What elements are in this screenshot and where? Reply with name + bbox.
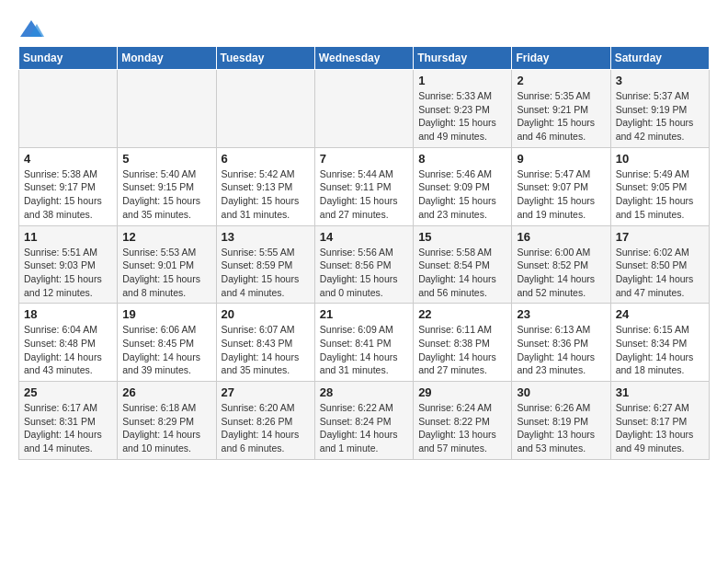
calendar-cell: 24Sunrise: 6:15 AM Sunset: 8:34 PM Dayli… — [610, 304, 709, 382]
weekday-header-monday: Monday — [118, 47, 216, 70]
calendar-week-row: 4Sunrise: 5:38 AM Sunset: 9:17 PM Daylig… — [19, 147, 710, 225]
calendar-cell: 15Sunrise: 5:58 AM Sunset: 8:54 PM Dayli… — [414, 225, 512, 304]
day-number: 1 — [418, 74, 506, 87]
day-info: Sunrise: 6:09 AM Sunset: 8:41 PM Dayligh… — [320, 323, 408, 377]
day-info: Sunrise: 6:06 AM Sunset: 8:45 PM Dayligh… — [122, 323, 210, 377]
calendar-cell: 2Sunrise: 5:35 AM Sunset: 9:21 PM Daylig… — [512, 70, 610, 148]
calendar-cell: 28Sunrise: 6:22 AM Sunset: 8:24 PM Dayli… — [314, 382, 413, 460]
day-number: 5 — [122, 152, 210, 166]
day-info: Sunrise: 5:49 AM Sunset: 9:05 PM Dayligh… — [616, 167, 704, 222]
day-info: Sunrise: 5:46 AM Sunset: 9:09 PM Dayligh… — [418, 167, 506, 222]
weekday-header-thursday: Thursday — [414, 47, 512, 70]
calendar-cell: 7Sunrise: 5:44 AM Sunset: 9:11 PM Daylig… — [314, 147, 413, 225]
day-info: Sunrise: 5:51 AM Sunset: 9:03 PM Dayligh… — [24, 246, 112, 300]
day-number: 4 — [24, 152, 112, 166]
calendar-cell: 1Sunrise: 5:33 AM Sunset: 9:23 PM Daylig… — [414, 70, 512, 148]
day-info: Sunrise: 5:38 AM Sunset: 9:17 PM Dayligh… — [24, 167, 112, 222]
calendar-week-row: 1Sunrise: 5:33 AM Sunset: 9:23 PM Daylig… — [19, 70, 710, 148]
day-number: 15 — [418, 230, 506, 244]
day-info: Sunrise: 5:35 AM Sunset: 9:21 PM Dayligh… — [517, 89, 605, 144]
calendar-week-row: 18Sunrise: 6:04 AM Sunset: 8:48 PM Dayli… — [19, 304, 710, 382]
day-number: 22 — [418, 307, 506, 321]
day-info: Sunrise: 5:40 AM Sunset: 9:15 PM Dayligh… — [122, 167, 210, 222]
day-number: 24 — [616, 307, 704, 321]
day-info: Sunrise: 6:13 AM Sunset: 8:36 PM Dayligh… — [517, 323, 605, 377]
weekday-header-friday: Friday — [512, 47, 610, 70]
day-number: 2 — [517, 74, 605, 87]
weekday-header-row: SundayMondayTuesdayWednesdayThursdayFrid… — [19, 47, 710, 70]
day-number: 28 — [320, 385, 408, 399]
calendar-table: SundayMondayTuesdayWednesdayThursdayFrid… — [18, 46, 710, 460]
day-info: Sunrise: 6:15 AM Sunset: 8:34 PM Dayligh… — [616, 323, 704, 377]
day-number: 23 — [517, 307, 605, 321]
day-number: 8 — [418, 152, 506, 166]
calendar-cell: 27Sunrise: 6:20 AM Sunset: 8:26 PM Dayli… — [216, 382, 314, 460]
day-number: 9 — [517, 152, 605, 166]
calendar-cell: 8Sunrise: 5:46 AM Sunset: 9:09 PM Daylig… — [414, 147, 512, 225]
day-number: 11 — [24, 230, 112, 244]
calendar-cell — [314, 70, 413, 148]
day-info: Sunrise: 6:11 AM Sunset: 8:38 PM Dayligh… — [418, 323, 506, 377]
day-info: Sunrise: 5:53 AM Sunset: 9:01 PM Dayligh… — [122, 246, 210, 300]
day-info: Sunrise: 5:56 AM Sunset: 8:56 PM Dayligh… — [320, 246, 408, 300]
calendar-cell — [118, 70, 216, 148]
day-number: 26 — [122, 385, 210, 399]
day-info: Sunrise: 5:42 AM Sunset: 9:13 PM Dayligh… — [222, 167, 310, 222]
calendar-cell: 31Sunrise: 6:27 AM Sunset: 8:17 PM Dayli… — [610, 382, 709, 460]
day-info: Sunrise: 6:17 AM Sunset: 8:31 PM Dayligh… — [24, 401, 112, 455]
day-info: Sunrise: 5:33 AM Sunset: 9:23 PM Dayligh… — [418, 89, 506, 144]
calendar-cell: 9Sunrise: 5:47 AM Sunset: 9:07 PM Daylig… — [512, 147, 610, 225]
calendar-cell: 4Sunrise: 5:38 AM Sunset: 9:17 PM Daylig… — [19, 147, 118, 225]
logo-icon — [18, 18, 44, 40]
calendar-cell: 10Sunrise: 5:49 AM Sunset: 9:05 PM Dayli… — [610, 147, 709, 225]
day-number: 13 — [222, 230, 310, 244]
calendar-cell: 14Sunrise: 5:56 AM Sunset: 8:56 PM Dayli… — [314, 225, 413, 304]
day-info: Sunrise: 5:44 AM Sunset: 9:11 PM Dayligh… — [320, 167, 408, 222]
day-number: 21 — [320, 307, 408, 321]
day-info: Sunrise: 6:27 AM Sunset: 8:17 PM Dayligh… — [616, 401, 704, 455]
day-number: 20 — [222, 307, 310, 321]
calendar-cell: 3Sunrise: 5:37 AM Sunset: 9:19 PM Daylig… — [610, 70, 709, 148]
calendar-cell: 18Sunrise: 6:04 AM Sunset: 8:48 PM Dayli… — [19, 304, 118, 382]
calendar-cell: 22Sunrise: 6:11 AM Sunset: 8:38 PM Dayli… — [414, 304, 512, 382]
day-info: Sunrise: 6:20 AM Sunset: 8:26 PM Dayligh… — [222, 401, 310, 455]
day-number: 17 — [616, 230, 704, 244]
calendar-cell: 23Sunrise: 6:13 AM Sunset: 8:36 PM Dayli… — [512, 304, 610, 382]
day-number: 19 — [122, 307, 210, 321]
day-info: Sunrise: 6:24 AM Sunset: 8:22 PM Dayligh… — [418, 401, 506, 455]
calendar-cell: 20Sunrise: 6:07 AM Sunset: 8:43 PM Dayli… — [216, 304, 314, 382]
day-info: Sunrise: 6:04 AM Sunset: 8:48 PM Dayligh… — [24, 323, 112, 377]
calendar-cell: 13Sunrise: 5:55 AM Sunset: 8:59 PM Dayli… — [216, 225, 314, 304]
day-info: Sunrise: 6:07 AM Sunset: 8:43 PM Dayligh… — [222, 323, 310, 377]
logo — [18, 18, 48, 40]
day-info: Sunrise: 6:26 AM Sunset: 8:19 PM Dayligh… — [517, 401, 605, 455]
page-header — [18, 18, 710, 40]
day-number: 25 — [24, 385, 112, 399]
calendar-cell — [19, 70, 118, 148]
calendar-cell: 11Sunrise: 5:51 AM Sunset: 9:03 PM Dayli… — [19, 225, 118, 304]
calendar-cell: 17Sunrise: 6:02 AM Sunset: 8:50 PM Dayli… — [610, 225, 709, 304]
calendar-cell: 6Sunrise: 5:42 AM Sunset: 9:13 PM Daylig… — [216, 147, 314, 225]
day-info: Sunrise: 6:22 AM Sunset: 8:24 PM Dayligh… — [320, 401, 408, 455]
calendar-cell: 5Sunrise: 5:40 AM Sunset: 9:15 PM Daylig… — [118, 147, 216, 225]
day-number: 29 — [418, 385, 506, 399]
weekday-header-sunday: Sunday — [19, 47, 118, 70]
day-number: 27 — [222, 385, 310, 399]
weekday-header-tuesday: Tuesday — [216, 47, 314, 70]
calendar-cell: 19Sunrise: 6:06 AM Sunset: 8:45 PM Dayli… — [118, 304, 216, 382]
day-number: 12 — [122, 230, 210, 244]
weekday-header-wednesday: Wednesday — [314, 47, 413, 70]
calendar-cell: 12Sunrise: 5:53 AM Sunset: 9:01 PM Dayli… — [118, 225, 216, 304]
day-number: 10 — [616, 152, 704, 166]
day-number: 7 — [320, 152, 408, 166]
day-info: Sunrise: 6:18 AM Sunset: 8:29 PM Dayligh… — [122, 401, 210, 455]
day-number: 6 — [222, 152, 310, 166]
calendar-cell: 30Sunrise: 6:26 AM Sunset: 8:19 PM Dayli… — [512, 382, 610, 460]
calendar-cell — [216, 70, 314, 148]
calendar-cell: 26Sunrise: 6:18 AM Sunset: 8:29 PM Dayli… — [118, 382, 216, 460]
calendar-cell: 25Sunrise: 6:17 AM Sunset: 8:31 PM Dayli… — [19, 382, 118, 460]
calendar-cell: 16Sunrise: 6:00 AM Sunset: 8:52 PM Dayli… — [512, 225, 610, 304]
day-number: 14 — [320, 230, 408, 244]
calendar-week-row: 11Sunrise: 5:51 AM Sunset: 9:03 PM Dayli… — [19, 225, 710, 304]
day-info: Sunrise: 5:58 AM Sunset: 8:54 PM Dayligh… — [418, 246, 506, 300]
